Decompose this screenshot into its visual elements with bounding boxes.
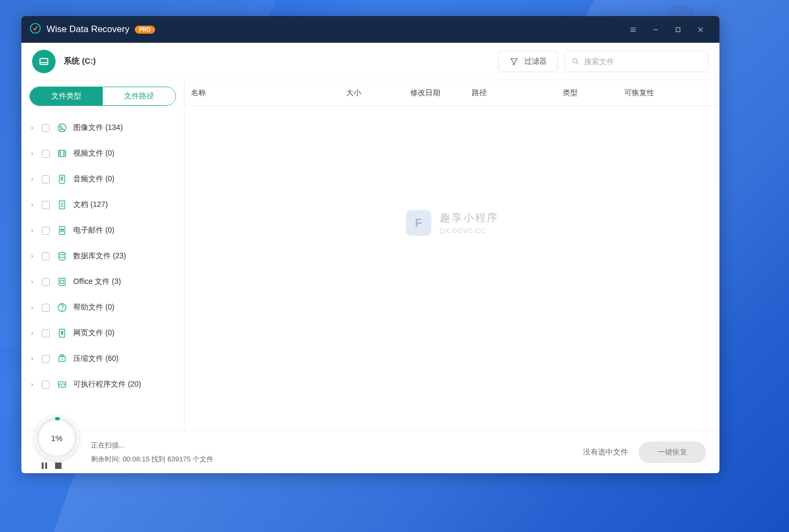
category-label: 视频文件 (0) <box>73 149 114 158</box>
chevron-right-icon: › <box>31 252 36 260</box>
scan-remaining: 剩余时间: 00:08:15 找到 639175 个文件 <box>91 454 213 464</box>
category-label: Office 文件 (3) <box>73 277 121 287</box>
checkbox[interactable] <box>42 150 50 158</box>
category-label: 压缩文件 (60) <box>73 354 119 364</box>
category-doc[interactable]: ›文档 (127) <box>21 192 184 218</box>
maximize-button[interactable] <box>667 21 689 38</box>
col-name[interactable]: 名称 <box>185 88 340 98</box>
checkbox[interactable] <box>42 355 50 363</box>
svg-rect-21 <box>59 175 65 183</box>
watermark-title: 趣享小程序 <box>440 211 499 225</box>
col-size[interactable]: 大小 <box>340 88 404 98</box>
checkbox[interactable] <box>42 201 50 209</box>
checkbox[interactable] <box>42 124 50 132</box>
category-tree: ›图像文件 (134)›视频文件 (0)›音频文件 (0)›文档 (127)›电… <box>21 112 184 430</box>
tab-switch: 文件类型 文件路径 <box>29 87 176 106</box>
col-date[interactable]: 修改日期 <box>404 88 465 98</box>
watermark-logo-icon: F <box>406 210 432 236</box>
svg-rect-14 <box>58 150 65 157</box>
search-input[interactable] <box>584 57 702 66</box>
category-label: 图像文件 (134) <box>73 123 123 133</box>
checkbox[interactable] <box>42 304 50 312</box>
category-exe[interactable]: ›可执行程序文件 (20) <box>21 372 184 397</box>
pause-button[interactable] <box>40 461 49 470</box>
zip-icon <box>56 353 68 365</box>
table-header: 名称 大小 修改日期 路径 类型 可恢复性 <box>185 80 719 106</box>
video-icon <box>56 148 68 159</box>
footer: 1% 正在扫描... 剩余时间: 00:08:15 找到 639175 个文件 … <box>21 430 719 473</box>
checkbox[interactable] <box>42 175 50 183</box>
svg-rect-29 <box>59 278 65 285</box>
web-icon <box>56 327 68 339</box>
svg-point-12 <box>58 124 66 132</box>
category-office[interactable]: ›Office 文件 (3) <box>21 269 184 295</box>
chevron-right-icon: › <box>31 355 36 363</box>
minimize-button[interactable] <box>644 21 667 38</box>
exe-icon <box>56 379 68 390</box>
category-image[interactable]: ›图像文件 (134) <box>21 115 184 141</box>
category-label: 网页文件 (0) <box>73 328 114 338</box>
category-help[interactable]: ›帮助文件 (0) <box>21 295 184 320</box>
pro-badge: PRO <box>135 26 155 34</box>
stop-button[interactable] <box>54 461 63 470</box>
tab-file-path[interactable]: 文件路径 <box>103 87 175 105</box>
svg-rect-5 <box>676 27 680 32</box>
progress-percent: 1% <box>51 434 63 443</box>
chevron-right-icon: › <box>31 304 36 311</box>
app-title: Wise Data Recovery <box>47 24 129 35</box>
category-zip[interactable]: ›压缩文件 (60) <box>21 346 184 372</box>
svg-rect-8 <box>40 58 48 64</box>
image-icon <box>56 122 68 134</box>
chevron-right-icon: › <box>31 150 36 157</box>
chevron-right-icon: › <box>31 278 36 286</box>
tab-file-type[interactable]: 文件类型 <box>30 87 103 105</box>
chevron-right-icon: › <box>31 381 36 388</box>
app-logo-icon <box>29 22 47 36</box>
db-icon <box>56 250 68 262</box>
close-button[interactable] <box>689 21 711 38</box>
category-label: 可执行程序文件 (20) <box>73 380 141 389</box>
watermark-sub: QX.OOVC.CC <box>440 227 499 235</box>
checkbox[interactable] <box>42 381 50 389</box>
chevron-right-icon: › <box>31 329 36 337</box>
doc-icon <box>56 199 68 211</box>
checkbox[interactable] <box>42 278 50 286</box>
chevron-right-icon: › <box>31 227 36 234</box>
app-window: Wise Data Recovery PRO 系统 (C:) 过滤器 <box>21 16 719 473</box>
checkbox[interactable] <box>42 252 50 260</box>
checkbox[interactable] <box>42 329 50 337</box>
search-icon <box>571 57 580 66</box>
sidebar: 文件类型 文件路径 ›图像文件 (134)›视频文件 (0)›音频文件 (0)›… <box>21 80 185 430</box>
col-type[interactable]: 类型 <box>556 88 618 98</box>
svg-point-10 <box>573 58 577 63</box>
category-video[interactable]: ›视频文件 (0) <box>21 141 184 166</box>
no-selection-label: 没有选中文件 <box>583 448 628 457</box>
svg-rect-40 <box>42 462 44 469</box>
svg-point-13 <box>60 126 62 128</box>
svg-rect-41 <box>45 462 48 469</box>
filter-label: 过滤器 <box>524 57 547 66</box>
col-recoverable[interactable]: 可恢复性 <box>618 88 719 98</box>
col-path[interactable]: 路径 <box>465 88 556 98</box>
checkbox[interactable] <box>42 227 50 235</box>
audio-icon <box>56 173 68 185</box>
svg-point-28 <box>59 252 65 255</box>
chevron-right-icon: › <box>31 124 36 132</box>
recover-button[interactable]: 一键恢复 <box>639 442 706 463</box>
table-body: F 趣享小程序 QX.OOVC.CC <box>185 106 719 430</box>
scan-status: 正在扫描... <box>91 441 213 450</box>
svg-rect-35 <box>61 355 64 357</box>
svg-rect-42 <box>55 462 62 469</box>
category-email[interactable]: ›电子邮件 (0) <box>21 218 184 243</box>
filter-button[interactable]: 过滤器 <box>498 51 558 72</box>
drive-icon <box>32 50 56 73</box>
category-db[interactable]: ›数据库文件 (23) <box>21 243 184 269</box>
category-audio[interactable]: ›音频文件 (0) <box>21 166 184 192</box>
search-box[interactable] <box>564 51 709 72</box>
category-web[interactable]: ›网页文件 (0) <box>21 320 184 346</box>
watermark: F 趣享小程序 QX.OOVC.CC <box>406 210 499 236</box>
svg-point-30 <box>60 280 64 284</box>
subheader: 系统 (C:) 过滤器 <box>21 43 719 80</box>
menu-button[interactable] <box>622 21 644 38</box>
office-icon <box>56 276 68 288</box>
